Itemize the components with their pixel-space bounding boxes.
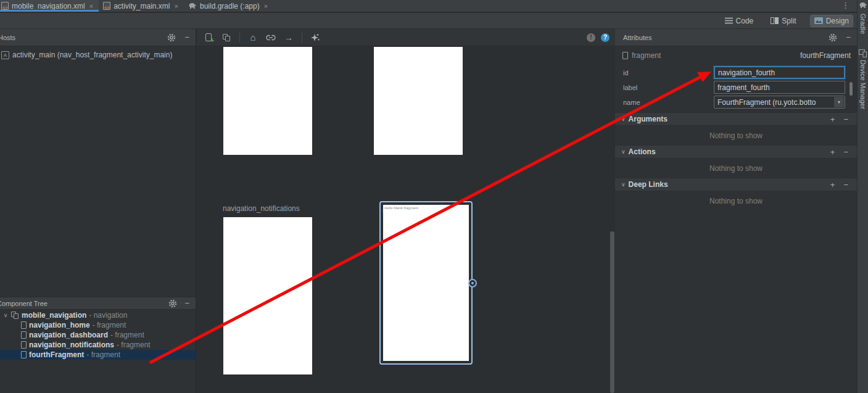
destination-label-notifications: navigation_notifications xyxy=(223,204,300,213)
fourth-fragment-preview: Hello blank fragment xyxy=(383,205,469,361)
deeplink-icon[interactable] xyxy=(266,33,276,43)
tree-item-type: - fragment xyxy=(110,331,144,339)
gear-icon[interactable] xyxy=(168,299,177,308)
tree-row-fourth-fragment[interactable]: fourthFragment - fragment xyxy=(0,350,196,360)
tree-item-type: - fragment xyxy=(117,341,151,349)
split-mode-button[interactable]: Split xyxy=(767,15,800,27)
tree-row-navigation-home[interactable]: navigation_home - fragment xyxy=(0,320,196,330)
add-argument-icon[interactable]: + xyxy=(830,115,835,124)
label-field-label: label xyxy=(623,84,637,91)
action-arrow-icon[interactable]: → xyxy=(284,33,294,43)
section-title: Deep Links xyxy=(629,180,668,189)
help-icon[interactable]: ? xyxy=(601,33,610,42)
tree-item-name: navigation_notifications xyxy=(29,341,114,349)
remove-deeplink-icon[interactable]: − xyxy=(843,180,848,189)
name-dropdown-value: FourthFragment (ru.yotc.botto xyxy=(717,98,816,107)
chevron-down-icon: ∨ xyxy=(621,116,626,122)
tree-item-name: mobile_navigation xyxy=(22,311,86,320)
tree-row-navigation-notifications[interactable]: navigation_notifications - fragment xyxy=(0,340,196,350)
chevron-down-icon[interactable]: ▼ xyxy=(834,97,844,107)
hosts-panel-title: Hosts xyxy=(0,34,15,41)
xml-file-icon: <> xyxy=(1,2,9,10)
component-tree: ∨ mobile_navigation - navigation navigat… xyxy=(0,310,196,393)
selected-component-row: fragment fourthFragment xyxy=(622,51,851,60)
toolbar-divider xyxy=(302,33,302,43)
gradle-elephant-icon[interactable] xyxy=(859,2,867,9)
tree-row-navigation-dashboard[interactable]: navigation_dashboard - fragment xyxy=(0,330,196,340)
tree-row-mobile-navigation[interactable]: ∨ mobile_navigation - navigation xyxy=(0,310,196,320)
attributes-body: fragment fourthFragment id navigation_fo… xyxy=(615,46,857,393)
navigation-design-canvas[interactable]: + ⌂ → ! ? navigation_notifications fourt… xyxy=(197,29,615,393)
fragment-icon xyxy=(21,321,27,329)
minimize-icon[interactable]: − xyxy=(846,33,851,42)
design-mode-button[interactable]: Design xyxy=(810,15,853,27)
minimize-icon[interactable]: − xyxy=(184,33,189,42)
nested-graph-icon[interactable] xyxy=(221,33,231,43)
home-destination-icon[interactable]: ⌂ xyxy=(248,33,258,43)
id-field-value: navigation_fourth xyxy=(718,68,775,77)
left-panel-column: Hosts − A activity_main (nav_host_fragme… xyxy=(0,29,196,393)
tree-item-type: - fragment xyxy=(93,321,126,329)
canvas-toolbar: + ⌂ → xyxy=(197,29,615,46)
close-tab-icon[interactable]: × xyxy=(264,2,268,10)
gear-icon[interactable] xyxy=(167,33,176,42)
minimize-icon[interactable]: − xyxy=(184,299,189,308)
actions-section-header[interactable]: ∨ Actions + − xyxy=(615,145,857,159)
device-manager-icon[interactable] xyxy=(859,49,867,57)
expander-chevron-icon[interactable]: ∨ xyxy=(2,312,9,318)
destination-preview-notifications[interactable] xyxy=(223,217,312,374)
selected-destination-fourth[interactable]: Hello blank fragment xyxy=(379,201,473,365)
fragment-icon xyxy=(622,52,628,59)
split-mode-icon xyxy=(771,17,779,24)
arguments-empty-text: Nothing to show xyxy=(615,126,857,145)
component-id-label: fourthFragment xyxy=(800,51,851,60)
attributes-panel-header: Attributes − xyxy=(615,29,857,46)
actions-empty-text: Nothing to show xyxy=(615,159,857,178)
deep-links-empty-text: Nothing to show xyxy=(615,191,857,210)
close-tab-icon[interactable]: × xyxy=(175,2,178,10)
host-item-activity-main[interactable]: A activity_main (nav_host_fragment_activ… xyxy=(1,51,172,59)
close-tab-icon[interactable]: × xyxy=(89,2,93,10)
editor-mode-bar: Code Split Design xyxy=(0,13,857,29)
new-destination-icon[interactable]: + xyxy=(204,33,213,43)
deep-links-section-header[interactable]: ∨ Deep Links + − xyxy=(615,178,857,191)
remove-action-icon[interactable]: − xyxy=(843,147,848,157)
id-field[interactable]: navigation_fourth xyxy=(714,66,845,79)
add-action-icon[interactable]: + xyxy=(830,147,835,157)
label-field-value: fragment_fourth xyxy=(717,83,770,92)
warnings-icon[interactable]: ! xyxy=(587,33,595,42)
chevron-down-icon: ∨ xyxy=(621,181,626,188)
remove-argument-icon[interactable]: − xyxy=(843,115,848,124)
arguments-section-header[interactable]: ∨ Arguments + − xyxy=(615,112,857,126)
tree-item-type: - navigation xyxy=(89,311,127,320)
auto-arrange-icon[interactable] xyxy=(310,33,320,43)
right-tool-strip: Gradle Device Manager xyxy=(857,0,868,393)
design-mode-label: Design xyxy=(826,17,849,25)
gear-icon[interactable] xyxy=(829,33,837,42)
attribute-sections: ∨ Arguments + − Nothing to show ∨ Action… xyxy=(615,112,857,210)
tab-label: build.gradle (:app) xyxy=(200,2,260,10)
canvas-vertical-scrollbar[interactable] xyxy=(610,231,614,393)
id-field-label: id xyxy=(623,69,629,77)
tree-item-type: - fragment xyxy=(86,350,120,359)
split-mode-label: Split xyxy=(782,17,796,25)
tab-build-gradle[interactable]: build.gradle (:app) × xyxy=(184,0,273,12)
label-field[interactable]: fragment_fourth xyxy=(714,81,845,94)
fragment-icon xyxy=(21,331,27,339)
device-manager-tool-tab[interactable]: Device Manager xyxy=(859,60,867,109)
xml-file-icon: <> xyxy=(103,2,110,10)
tab-activity-main-xml[interactable]: <> activity_main.xml × xyxy=(99,0,184,12)
gradle-elephant-icon xyxy=(188,2,197,9)
attributes-scrollbar-thumb[interactable] xyxy=(849,82,853,96)
more-options-icon[interactable]: ⋮ xyxy=(841,1,849,10)
gradle-tool-tab[interactable]: Gradle xyxy=(859,14,867,34)
destination-preview-home[interactable] xyxy=(223,47,312,155)
tab-mobile-navigation-xml[interactable]: <> mobile_navigation.xml × xyxy=(0,0,99,12)
attributes-panel-title: Attributes xyxy=(623,34,651,41)
code-mode-button[interactable]: Code xyxy=(721,15,758,27)
tree-item-name: navigation_dashboard xyxy=(29,331,108,339)
destination-preview-dashboard[interactable] xyxy=(374,47,463,155)
name-dropdown[interactable]: FourthFragment (ru.yotc.botto ▼ xyxy=(714,96,845,109)
action-connection-handle[interactable] xyxy=(468,279,477,288)
add-deeplink-icon[interactable]: + xyxy=(830,180,835,189)
